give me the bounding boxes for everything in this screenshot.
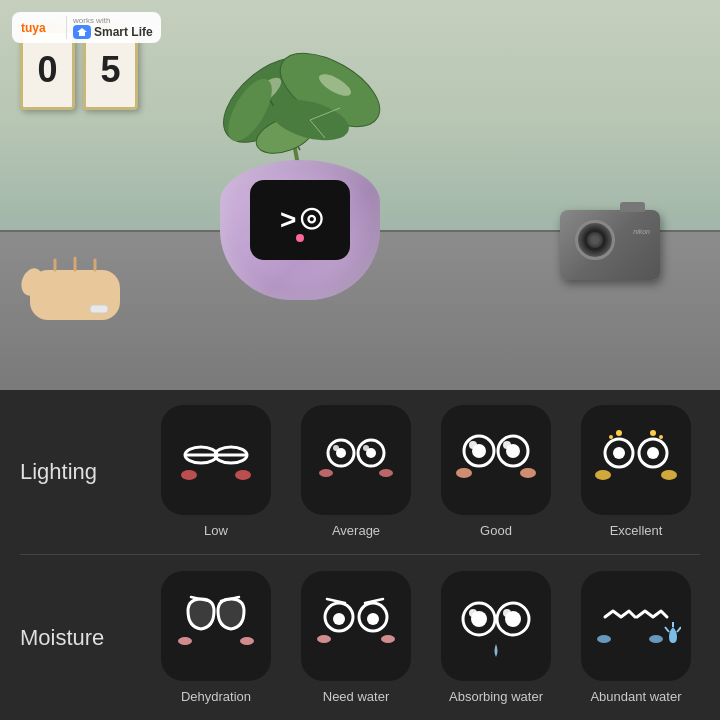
svg-point-65: [469, 609, 477, 617]
svg-point-43: [616, 430, 622, 436]
svg-point-37: [456, 468, 472, 478]
lighting-label: Lighting: [20, 459, 140, 485]
moisture-absorbing-icon: [441, 571, 551, 681]
svg-line-69: [677, 627, 681, 632]
svg-point-38: [520, 468, 536, 478]
lighting-average-icon: [301, 405, 411, 515]
moisture-absorbing-label: Absorbing water: [449, 689, 543, 704]
svg-point-27: [333, 445, 339, 451]
lighting-good-card: Good: [432, 405, 560, 538]
moisture-need-water-label: Need water: [323, 689, 389, 704]
svg-point-70: [597, 635, 611, 643]
svg-point-42: [647, 447, 659, 459]
svg-point-40: [613, 447, 625, 459]
moisture-label: Moisture: [20, 625, 140, 651]
lighting-low-icon: [161, 405, 271, 515]
svg-point-59: [317, 635, 331, 643]
svg-point-71: [649, 635, 663, 643]
pot-face-screen: > ⦾: [250, 180, 350, 260]
lighting-excellent-icon: [581, 405, 691, 515]
svg-point-21: [181, 470, 197, 480]
smart-life-badge: works with Smart Life: [66, 16, 153, 39]
product-photo: 0 5: [0, 0, 720, 390]
svg-point-28: [363, 445, 369, 451]
camera-brand: nikon: [633, 228, 650, 235]
svg-point-66: [503, 609, 511, 617]
moisture-absorbing-card: Absorbing water: [432, 571, 560, 704]
svg-point-46: [659, 435, 663, 439]
svg-point-36: [503, 441, 511, 449]
camera-top: [620, 202, 645, 212]
lighting-average-card: Average: [292, 405, 420, 538]
tuya-logo-svg: tuya: [20, 17, 60, 39]
info-grid: Lighting Low: [20, 405, 700, 704]
moisture-dehydration-icon: [161, 571, 271, 681]
moisture-dehydration-label: Dehydration: [181, 689, 251, 704]
svg-point-56: [367, 613, 379, 625]
moisture-abundant-label: Abundant water: [590, 689, 681, 704]
works-with-text: works with: [73, 16, 110, 25]
brand-badge: tuya works with Smart Life: [12, 12, 161, 43]
face-mouth-dot: [296, 234, 304, 242]
camera: nikon: [560, 210, 660, 280]
smart-plant-pot: > ⦾: [200, 40, 400, 300]
pot-body: > ⦾: [220, 160, 380, 300]
lighting-low-card: Low: [152, 405, 280, 538]
smart-life-icon: [73, 25, 91, 39]
svg-point-60: [381, 635, 395, 643]
svg-line-67: [665, 627, 669, 632]
plant-leaves: [210, 20, 390, 180]
moisture-need-water-icon: [301, 571, 411, 681]
lighting-excellent-card: Excellent: [572, 405, 700, 538]
moisture-dehydration-card: Dehydration: [152, 571, 280, 704]
info-section: Lighting Low: [0, 390, 720, 720]
hand: [20, 240, 140, 330]
svg-point-45: [609, 435, 613, 439]
svg-point-22: [235, 470, 251, 480]
camera-lens: [575, 220, 615, 260]
moisture-need-water-card: Need water: [292, 571, 420, 704]
svg-rect-14: [90, 305, 108, 313]
svg-point-29: [319, 469, 333, 477]
moisture-abundant-card: Abundant water: [572, 571, 700, 704]
lighting-good-label: Good: [480, 523, 512, 538]
svg-point-48: [661, 470, 677, 480]
lighting-low-label: Low: [204, 523, 228, 538]
moisture-abundant-icon: [581, 571, 691, 681]
row-divider: [20, 554, 700, 555]
svg-point-35: [469, 441, 477, 449]
lighting-average-label: Average: [332, 523, 380, 538]
svg-point-55: [333, 613, 345, 625]
lighting-good-icon: [441, 405, 551, 515]
svg-point-44: [650, 430, 656, 436]
svg-point-52: [240, 637, 254, 645]
lighting-excellent-label: Excellent: [610, 523, 663, 538]
svg-point-51: [178, 637, 192, 645]
svg-point-47: [595, 470, 611, 480]
smart-life-text: Smart Life: [94, 25, 153, 39]
svg-text:tuya: tuya: [21, 20, 46, 34]
svg-point-30: [379, 469, 393, 477]
